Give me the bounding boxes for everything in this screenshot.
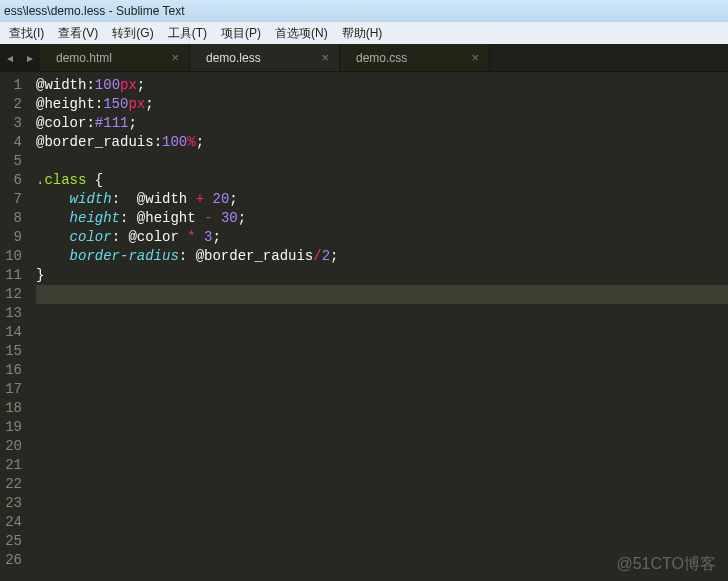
code-line[interactable] — [36, 475, 728, 494]
history-back-icon[interactable]: ◂ — [0, 44, 20, 71]
close-icon[interactable]: × — [471, 51, 479, 64]
code-line[interactable] — [36, 152, 728, 171]
code-line[interactable] — [36, 494, 728, 513]
tab-label: demo.css — [356, 51, 407, 65]
code-line[interactable] — [36, 551, 728, 570]
tab-row: ◂ ▸ demo.html×demo.less×demo.css× — [0, 44, 728, 72]
code-line[interactable]: height: @height - 30; — [36, 209, 728, 228]
window-titlebar: ess\less\demo.less - Sublime Text — [0, 0, 728, 22]
editor: 1234567891011121314151617181920212223242… — [0, 72, 728, 581]
line-number: 16 — [0, 361, 22, 380]
line-number: 5 — [0, 152, 22, 171]
code-line[interactable]: .class { — [36, 171, 728, 190]
code-area[interactable]: @width:100px;@height:150px;@color:#111;@… — [30, 72, 728, 581]
line-number: 17 — [0, 380, 22, 399]
close-icon[interactable]: × — [171, 51, 179, 64]
line-number: 23 — [0, 494, 22, 513]
code-line[interactable] — [36, 342, 728, 361]
tab[interactable]: demo.html× — [40, 44, 190, 71]
code-line[interactable]: color: @color * 3; — [36, 228, 728, 247]
tab[interactable]: demo.css× — [340, 44, 490, 71]
line-number: 20 — [0, 437, 22, 456]
line-number: 8 — [0, 209, 22, 228]
line-number: 12 — [0, 285, 22, 304]
code-line[interactable] — [36, 437, 728, 456]
history-forward-icon[interactable]: ▸ — [20, 44, 40, 71]
code-line[interactable] — [36, 513, 728, 532]
line-number: 7 — [0, 190, 22, 209]
line-number: 13 — [0, 304, 22, 323]
tab-label: demo.html — [56, 51, 112, 65]
code-line[interactable]: @width:100px; — [36, 76, 728, 95]
menu-item[interactable]: 查找(I) — [2, 23, 51, 44]
line-number: 19 — [0, 418, 22, 437]
window-title: ess\less\demo.less - Sublime Text — [4, 4, 185, 18]
code-line[interactable] — [36, 399, 728, 418]
line-number: 10 — [0, 247, 22, 266]
code-line[interactable]: } — [36, 266, 728, 285]
line-number: 22 — [0, 475, 22, 494]
menu-item[interactable]: 查看(V) — [51, 23, 105, 44]
code-line[interactable] — [36, 361, 728, 380]
code-line[interactable] — [36, 418, 728, 437]
menu-item[interactable]: 项目(P) — [214, 23, 268, 44]
line-number: 1 — [0, 76, 22, 95]
menu-item[interactable]: 转到(G) — [105, 23, 160, 44]
code-line[interactable] — [36, 285, 728, 304]
code-line[interactable]: @border_raduis:100%; — [36, 133, 728, 152]
tab[interactable]: demo.less× — [190, 44, 340, 71]
tabs-container: demo.html×demo.less×demo.css× — [40, 44, 728, 71]
line-number: 2 — [0, 95, 22, 114]
line-number: 11 — [0, 266, 22, 285]
line-number: 21 — [0, 456, 22, 475]
line-number: 15 — [0, 342, 22, 361]
line-number: 24 — [0, 513, 22, 532]
menubar: 查找(I)查看(V)转到(G)工具(T)项目(P)首选项(N)帮助(H) — [0, 22, 728, 44]
line-number: 6 — [0, 171, 22, 190]
code-line[interactable] — [36, 380, 728, 399]
code-line[interactable]: @height:150px; — [36, 95, 728, 114]
line-number: 26 — [0, 551, 22, 570]
code-line[interactable] — [36, 532, 728, 551]
code-line[interactable] — [36, 304, 728, 323]
menu-item[interactable]: 首选项(N) — [268, 23, 335, 44]
close-icon[interactable]: × — [321, 51, 329, 64]
menu-item[interactable]: 工具(T) — [161, 23, 214, 44]
code-line[interactable] — [36, 323, 728, 342]
code-line[interactable]: @color:#111; — [36, 114, 728, 133]
line-number: 14 — [0, 323, 22, 342]
line-number: 25 — [0, 532, 22, 551]
code-line[interactable]: border-radius: @border_raduis/2; — [36, 247, 728, 266]
tab-label: demo.less — [206, 51, 261, 65]
line-number: 3 — [0, 114, 22, 133]
line-number: 4 — [0, 133, 22, 152]
code-line[interactable] — [36, 456, 728, 475]
line-gutter: 1234567891011121314151617181920212223242… — [0, 72, 30, 581]
code-line[interactable]: width: @width + 20; — [36, 190, 728, 209]
line-number: 18 — [0, 399, 22, 418]
menu-item[interactable]: 帮助(H) — [335, 23, 390, 44]
line-number: 9 — [0, 228, 22, 247]
